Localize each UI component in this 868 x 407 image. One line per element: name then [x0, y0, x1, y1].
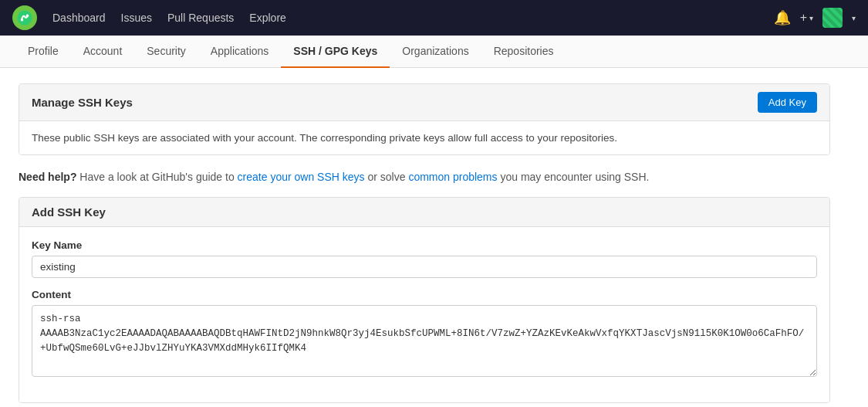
navbar-right: 🔔 + ▾ ▾: [774, 8, 856, 28]
tab-ssh-gpg-keys[interactable]: SSH / GPG Keys: [281, 36, 390, 68]
settings-tabs: Profile Account Security Applications SS…: [0, 36, 868, 68]
create-menu[interactable]: + ▾: [800, 11, 813, 25]
key-name-label: Key Name: [32, 239, 817, 251]
avatar[interactable]: [822, 8, 843, 28]
tab-account[interactable]: Account: [71, 36, 135, 68]
tab-organizations[interactable]: Organizations: [390, 36, 481, 68]
nav-issues[interactable]: Issues: [121, 12, 152, 24]
create-ssh-keys-link[interactable]: create your own SSH keys: [238, 171, 365, 183]
nav-explore[interactable]: Explore: [249, 12, 285, 24]
add-key-button[interactable]: Add Key: [758, 92, 817, 113]
svg-point-1: [21, 19, 23, 21]
site-logo[interactable]: [12, 5, 37, 30]
svg-point-2: [26, 15, 29, 17]
navbar-left: Dashboard Issues Pull Requests Explore: [12, 5, 286, 30]
tab-repositories[interactable]: Repositories: [481, 36, 566, 68]
common-problems-link[interactable]: common problems: [408, 171, 497, 183]
nav-dashboard[interactable]: Dashboard: [52, 12, 106, 24]
need-help-label: Need help?: [19, 171, 76, 183]
key-name-group: Key Name: [32, 239, 817, 278]
content-group: Content: [32, 289, 817, 379]
avatar-chevron-icon[interactable]: ▾: [852, 14, 856, 22]
manage-ssh-keys-title: Manage SSH Keys: [32, 96, 133, 109]
help-text: Need help? Have a look at GitHub's guide…: [19, 171, 830, 183]
content-label: Content: [32, 289, 817, 300]
add-ssh-key-box: Add SSH Key Key Name Content: [19, 197, 830, 403]
key-name-input[interactable]: [32, 256, 817, 278]
plus-label: +: [800, 11, 807, 25]
manage-ssh-keys-header: Manage SSH Keys Add Key: [19, 84, 829, 121]
bell-icon[interactable]: 🔔: [774, 9, 791, 26]
nav-pull-requests[interactable]: Pull Requests: [167, 12, 234, 24]
help-text-after: you may encounter using SSH.: [500, 171, 649, 183]
help-text-between: or solve: [367, 171, 408, 183]
manage-ssh-description: These public SSH keys are associated wit…: [32, 132, 617, 144]
help-text-before: Have a look at GitHub's guide to: [79, 171, 237, 183]
content-textarea[interactable]: [32, 305, 817, 377]
page-content: Manage SSH Keys Add Key These public SSH…: [0, 68, 849, 407]
tab-applications[interactable]: Applications: [198, 36, 282, 68]
manage-ssh-keys-box: Manage SSH Keys Add Key These public SSH…: [19, 83, 830, 155]
tab-profile[interactable]: Profile: [15, 36, 71, 68]
add-ssh-key-header: Add SSH Key: [19, 198, 829, 227]
add-ssh-key-body: Key Name Content: [19, 227, 829, 402]
manage-ssh-keys-body: These public SSH keys are associated wit…: [19, 121, 829, 154]
top-navbar: Dashboard Issues Pull Requests Explore 🔔…: [0, 0, 868, 36]
chevron-down-icon: ▾: [809, 14, 813, 22]
tab-security[interactable]: Security: [134, 36, 198, 68]
add-ssh-key-title: Add SSH Key: [32, 205, 106, 219]
